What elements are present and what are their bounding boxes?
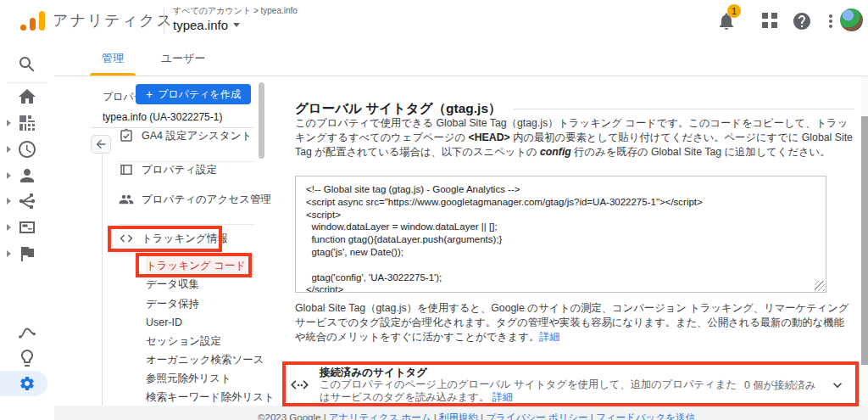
expand-arrow-icon[interactable] bbox=[7, 120, 11, 126]
intro-paragraph: このプロパティで使用できる Global Site Tag（gtag.js）トラ… bbox=[295, 116, 854, 160]
create-property-button[interactable]: + プロパティを作成 bbox=[136, 84, 251, 104]
nav-item-data-collection[interactable]: データ収集 bbox=[146, 275, 199, 294]
google-apps-grid-icon[interactable] bbox=[762, 13, 777, 28]
tree-guide-line bbox=[102, 154, 103, 406]
nav-item-user-id[interactable]: User-ID bbox=[146, 313, 182, 332]
connected-site-tags-section[interactable]: 接続済みのサイトタグ このプロパティのページ上のグローバル サイトタグを使用して… bbox=[282, 362, 859, 406]
admin-gear-icon[interactable] bbox=[0, 371, 47, 396]
arrow-left-icon bbox=[94, 137, 108, 151]
footer-link-terms[interactable]: 利用規約 bbox=[439, 412, 478, 420]
property-settings-icon bbox=[119, 162, 134, 177]
connected-site-tags-description: このプロパティのページ上のグローバル サイトタグを使用して、追加のプロパティまた… bbox=[320, 378, 743, 404]
home-icon[interactable] bbox=[17, 87, 37, 107]
people-icon bbox=[119, 192, 134, 207]
divider bbox=[119, 224, 254, 225]
app-name: アナリティクス bbox=[53, 10, 174, 31]
expand-arrow-icon[interactable] bbox=[7, 146, 11, 153]
attribution-icon[interactable] bbox=[17, 322, 37, 343]
header-divider bbox=[164, 8, 164, 34]
left-icon-rail bbox=[0, 41, 54, 420]
copyright-text: ©2023 Google bbox=[258, 412, 320, 420]
customization-icon[interactable] bbox=[17, 113, 37, 133]
property-selector[interactable]: typea.info (UA-3022275-1) bbox=[103, 111, 222, 123]
expand-arrow-icon[interactable] bbox=[7, 198, 11, 204]
clipboard-check-icon bbox=[119, 128, 134, 143]
nav-item-ga4-assistant[interactable]: GA4 設定アシスタント bbox=[119, 126, 252, 146]
expand-arrow-icon[interactable] bbox=[7, 250, 11, 257]
nav-item-search-term-exclusion[interactable]: 検索キーワード除外リスト bbox=[146, 388, 275, 406]
gtag-code-textarea[interactable]: <!-- Global site tag (gtag.js) - Google … bbox=[295, 176, 826, 293]
acquisition-icon[interactable] bbox=[17, 191, 37, 211]
tab-user[interactable]: ユーザー bbox=[142, 41, 225, 76]
footer-link-feedback[interactable]: フィードバックを送信 bbox=[596, 412, 695, 420]
nav-item-session-settings[interactable]: セッション設定 bbox=[146, 332, 221, 350]
realtime-clock-icon[interactable] bbox=[17, 139, 37, 160]
tab-admin[interactable]: 管理 bbox=[83, 41, 142, 76]
account-switcher[interactable]: すべてのアカウント > typea.info typea.info bbox=[173, 5, 298, 32]
nav-item-property-settings[interactable]: プロパティ設定 bbox=[119, 160, 217, 180]
usage-paragraph: Global Site Tag（gtag.js）を使用すると、Google のサ… bbox=[295, 301, 854, 344]
analytics-logo-icon[interactable] bbox=[20, 10, 45, 31]
back-button[interactable] bbox=[91, 135, 111, 154]
user-avatar[interactable] bbox=[840, 8, 863, 31]
expand-arrow-icon[interactable] bbox=[7, 224, 11, 231]
chevron-down-icon bbox=[233, 23, 240, 27]
nav-item-organic-search[interactable]: オーガニック検索ソース bbox=[146, 350, 264, 369]
plus-icon: + bbox=[146, 87, 153, 101]
search-icon[interactable] bbox=[17, 54, 37, 75]
main-scrollbar-thumb[interactable] bbox=[861, 116, 868, 365]
more-vert-icon[interactable] bbox=[821, 11, 841, 31]
account-breadcrumb: すべてのアカウント > typea.info bbox=[173, 5, 298, 17]
tab-bar: 管理 ユーザー bbox=[54, 41, 868, 76]
footer-link-privacy[interactable]: プライバシー ポリシー bbox=[486, 412, 587, 420]
footer-link-analytics-home[interactable]: アナリティクス ホーム bbox=[329, 412, 431, 420]
top-bar: アナリティクス すべてのアカウント > typea.info typea.inf… bbox=[0, 0, 868, 41]
details-link[interactable]: 詳細 bbox=[492, 391, 514, 403]
learn-more-link[interactable]: 詳細 bbox=[539, 331, 560, 343]
rail-divider bbox=[7, 82, 47, 83]
nav-item-tracking-code[interactable]: トラッキング コード bbox=[146, 256, 254, 275]
property-panel: プロパティ + プロパティを作成 typea.info (UA-3022275-… bbox=[81, 76, 285, 406]
connected-tag-icon bbox=[291, 376, 309, 395]
page-title: グローバル サイトタグ（gtag.js） bbox=[295, 100, 502, 118]
behavior-card-icon[interactable] bbox=[17, 217, 37, 238]
code-brackets-icon bbox=[119, 231, 134, 246]
footer: ©2023 Google | アナリティクス ホーム | 利用規約 | プライバ… bbox=[0, 406, 868, 420]
current-property-name: typea.info bbox=[173, 18, 228, 32]
notification-count-badge: 1 bbox=[727, 4, 741, 18]
resize-handle[interactable] bbox=[815, 281, 825, 291]
panel-scrollbar-thumb[interactable] bbox=[259, 82, 264, 159]
title-rule bbox=[514, 109, 854, 109]
ga-admin-window: アナリティクス すべてのアカウント > typea.info typea.inf… bbox=[0, 0, 868, 420]
chevron-down-icon[interactable] bbox=[829, 377, 846, 394]
nav-item-tracking-info[interactable]: トラッキング情報 bbox=[119, 228, 228, 249]
nav-item-data-retention[interactable]: データ保持 bbox=[146, 294, 199, 313]
connected-count-status: 0 個が接続済み bbox=[744, 378, 821, 393]
nav-item-access-management[interactable]: プロパティのアクセス管理 bbox=[119, 189, 271, 210]
expand-arrow-icon[interactable] bbox=[7, 172, 11, 179]
nav-item-referral-exclusion[interactable]: 参照元除外リスト bbox=[146, 369, 231, 388]
audience-person-icon[interactable] bbox=[17, 165, 37, 186]
help-icon[interactable] bbox=[792, 11, 812, 31]
conversions-flag-icon[interactable] bbox=[17, 244, 37, 264]
insights-lightbulb-icon[interactable] bbox=[17, 348, 37, 368]
